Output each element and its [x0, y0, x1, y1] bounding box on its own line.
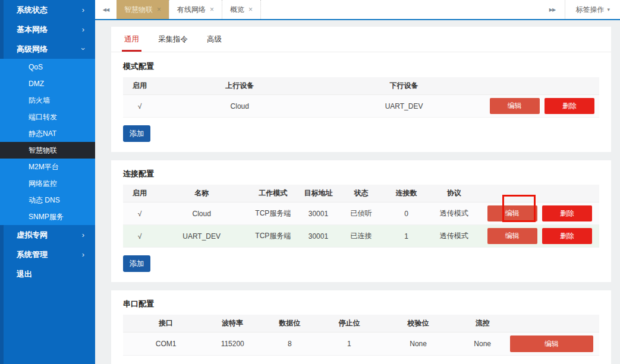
sidebar-item-label: 退出: [17, 269, 32, 280]
parity-value: None: [376, 333, 461, 356]
tab-overview[interactable]: 概览 ×: [222, 0, 261, 19]
tab-actions-label: 标签操作: [575, 5, 604, 15]
top-tabbar: ◀◀ 智慧物联 × 有线网络 × 概览 × ▶▶ 标签操作 ▾: [95, 0, 620, 20]
table-header-row: 启用 上行设备 下行设备: [123, 77, 599, 95]
work-mode-value: TCP服务端: [247, 202, 299, 225]
tab-label: 智慧物联: [124, 5, 153, 15]
double-chevron-right-icon: ▶▶: [549, 7, 555, 12]
baud-rate-value: 115200: [209, 333, 256, 356]
close-icon[interactable]: ×: [210, 5, 214, 14]
tab-smart-iot[interactable]: 智慧物联 ×: [117, 0, 169, 19]
sidebar-item-port-forwarding[interactable]: 端口转发: [0, 109, 95, 125]
tab-label: 采集指令: [158, 34, 188, 45]
sidebar-item-basic-network[interactable]: 基本网络 ›: [0, 20, 95, 39]
status-value: 已连接: [337, 225, 385, 248]
sidebar-item-system-management[interactable]: 系统管理 ›: [0, 245, 95, 264]
add-button[interactable]: 添加: [123, 125, 150, 142]
data-bits-value: 8: [256, 333, 323, 356]
sidebar-submenu: QoS DMZ 防火墙 端口转发 静态NAT 智慧物联 M2M平台 网络监控 动…: [0, 59, 95, 225]
col-actions: [480, 185, 599, 202]
connection-config-table: 启用 名称 工作模式 目标地址 状态 连接数 协议 √: [123, 185, 599, 248]
chevron-right-icon: ›: [82, 250, 84, 259]
edit-button[interactable]: 编辑: [487, 228, 537, 244]
add-button[interactable]: 添加: [123, 255, 150, 272]
sidebar: 系统状态 › 基本网络 › 高级网络 › QoS DMZ 防火墙 端口转发 静态…: [0, 0, 95, 364]
col-work-mode: 工作模式: [247, 185, 299, 202]
downstream-device-value: UART_DEV: [323, 95, 484, 118]
delete-button[interactable]: 删除: [545, 98, 594, 114]
edit-button[interactable]: 编辑: [487, 205, 537, 221]
tab-actions-dropdown[interactable]: 标签操作 ▾: [565, 0, 620, 19]
sidebar-item-static-nat[interactable]: 静态NAT: [0, 125, 95, 142]
col-target-address: 目标地址: [299, 185, 337, 202]
upstream-device-value: Cloud: [156, 95, 323, 118]
enable-checkmark: √: [123, 95, 156, 118]
sidebar-item-label: QoS: [29, 63, 43, 71]
sidebar-item-network-monitor[interactable]: 网络监控: [0, 175, 95, 192]
target-address-value: 30001: [299, 202, 337, 225]
sidebar-item-smart-iot[interactable]: 智慧物联: [0, 142, 95, 159]
tab-advanced[interactable]: 高级: [206, 27, 223, 52]
section-title: 串口配置: [123, 290, 599, 315]
sidebar-item-system-status[interactable]: 系统状态 ›: [0, 0, 95, 20]
tab-general[interactable]: 通用: [123, 27, 140, 52]
chevron-right-icon: ›: [82, 5, 84, 14]
close-icon[interactable]: ×: [248, 5, 253, 14]
sidebar-item-label: DMZ: [29, 80, 44, 88]
sidebar-item-label: 防火墙: [29, 96, 50, 106]
mode-config-table: 启用 上行设备 下行设备 √ Cloud UART_DEV: [123, 77, 599, 118]
tab-collect-commands[interactable]: 采集指令: [157, 27, 189, 52]
table-row: COM1 115200 8 1 None None 编辑: [123, 333, 599, 356]
col-stop-bits: 停止位: [323, 315, 375, 333]
sidebar-item-dynamic-dns[interactable]: 动态 DNS: [0, 192, 95, 208]
delete-button[interactable]: 删除: [542, 205, 592, 221]
sidebar-item-snmp-service[interactable]: SNMP服务: [0, 208, 95, 225]
tab-label: 通用: [124, 34, 139, 45]
sidebar-item-firewall[interactable]: 防火墙: [0, 92, 95, 109]
collapse-tabs-left-button[interactable]: ◀◀: [95, 0, 117, 19]
sidebar-item-advanced-network[interactable]: 高级网络 ›: [0, 39, 95, 59]
connection-config-section: 连接配置 启用 名称 工作模式 目标地址 状态 连接数: [111, 160, 611, 282]
sidebar-item-dmz[interactable]: DMZ: [0, 75, 95, 92]
col-flow-control: 流控: [461, 315, 504, 333]
sidebar-item-label: 端口转发: [29, 112, 57, 122]
tab-wired-network[interactable]: 有线网络 ×: [169, 0, 222, 19]
col-name: 名称: [156, 185, 247, 202]
col-interface: 接口: [123, 315, 209, 333]
protocol-value: 透传模式: [428, 225, 480, 248]
sidebar-item-logout[interactable]: 退出: [0, 264, 95, 284]
stop-bits-value: 1: [323, 333, 375, 356]
interface-value: COM1: [123, 333, 209, 356]
serial-config-section: 串口配置 接口 波特率 数据位 停止位 校验位 流控: [111, 290, 611, 364]
sidebar-item-m2m-platform[interactable]: M2M平台: [0, 159, 95, 175]
chevron-right-icon: ›: [82, 230, 84, 239]
table-header-row: 启用 名称 工作模式 目标地址 状态 连接数 协议: [123, 185, 599, 202]
chevron-right-icon: ›: [82, 25, 84, 34]
table-header-row: 接口 波特率 数据位 停止位 校验位 流控: [123, 315, 599, 333]
col-baud-rate: 波特率: [209, 315, 256, 333]
sidebar-item-label: M2M平台: [29, 162, 59, 172]
sidebar-item-label: 动态 DNS: [29, 195, 60, 205]
col-downstream-device: 下行设备: [323, 77, 484, 95]
delete-button[interactable]: 删除: [542, 228, 592, 244]
page-content: 通用 采集指令 高级 模式配置 启用 上行设备 下行设备: [95, 20, 620, 364]
col-upstream-device: 上行设备: [156, 77, 323, 95]
sidebar-item-vpn[interactable]: 虚拟专网 ›: [0, 225, 95, 245]
edit-button[interactable]: 编辑: [510, 335, 593, 352]
edit-button[interactable]: 编辑: [490, 98, 540, 114]
sidebar-item-qos[interactable]: QoS: [0, 59, 95, 75]
caret-down-icon: ▾: [607, 7, 610, 12]
name-value: UART_DEV: [156, 225, 247, 248]
scroll-tabs-right-button[interactable]: ▶▶: [539, 0, 565, 19]
tab-label: 概览: [230, 5, 244, 15]
table-row: √ Cloud UART_DEV 编辑 删除: [123, 95, 599, 118]
sidebar-item-label: 网络监控: [29, 179, 57, 189]
status-value: 已侦听: [337, 202, 385, 225]
serial-config-card: 串口配置 接口 波特率 数据位 停止位 校验位 流控: [111, 290, 611, 364]
chevron-down-icon: ›: [78, 48, 87, 50]
col-connection-count: 连接数: [385, 185, 428, 202]
tab-label: 有线网络: [177, 5, 206, 15]
content-tabs: 通用 采集指令 高级: [111, 27, 611, 52]
table-row: √ Cloud TCP服务端 30001 已侦听 0 透传模式 编辑 删除: [123, 202, 599, 225]
close-icon[interactable]: ×: [157, 5, 161, 14]
